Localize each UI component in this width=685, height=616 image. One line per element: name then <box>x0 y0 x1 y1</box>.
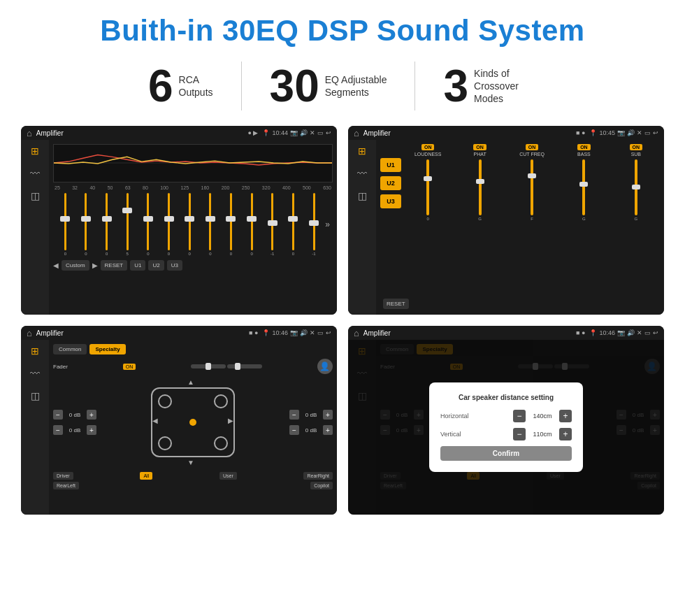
phat-slider[interactable] <box>479 159 482 215</box>
db-plus-fl[interactable]: + <box>87 410 96 420</box>
sub-slider[interactable] <box>635 159 637 215</box>
bass-slider[interactable] <box>582 159 585 215</box>
cross-sidebar-icon-2[interactable]: 〰 <box>357 168 367 179</box>
eq-slider-10[interactable]: 0 <box>243 193 261 256</box>
sub-on-badge[interactable]: ON <box>630 144 643 150</box>
eq-left-sidebar: ⊞ 〰 ◫ <box>21 140 49 315</box>
fader-sidebar-icon-1[interactable]: ⊞ <box>31 345 39 357</box>
u1-btn-cross[interactable]: U1 <box>380 158 401 172</box>
stat-number-eq: 30 <box>270 64 319 108</box>
dialog-home-icon[interactable]: ⌂ <box>354 328 359 338</box>
user-btn[interactable]: User <box>219 472 237 480</box>
eq-slider-4[interactable]: 5 <box>118 193 137 256</box>
db-row-2: − 0 dB + <box>53 425 96 435</box>
cross-sidebar-icon-3[interactable]: ◫ <box>358 190 367 201</box>
horizontal-label: Horizontal <box>440 413 469 420</box>
vertical-plus-btn[interactable]: + <box>559 428 572 440</box>
dialog-status-bar: ⌂ Amplifier ■ ● 📍 10:46 📷 🔊 ✕ ▭ ↩ <box>348 326 664 340</box>
eq-slider-7[interactable]: 0 <box>180 193 199 256</box>
copilot-btn[interactable]: Copilot <box>310 482 333 489</box>
reset-btn-cross[interactable]: RESET <box>383 299 409 309</box>
fader-close-icon: ✕ <box>310 329 315 336</box>
cutfreq-section: ON CUT FREQ F <box>508 144 556 310</box>
cross-back-icon[interactable]: ↩ <box>653 129 658 136</box>
custom-btn[interactable]: Custom <box>62 260 89 271</box>
expand-icon[interactable]: » <box>325 220 330 229</box>
eq-slider-5[interactable]: 0 <box>139 193 158 256</box>
eq-slider-3[interactable]: 0 <box>97 193 116 256</box>
fader-window-icon: ▭ <box>317 329 324 336</box>
eq-slider-1[interactable]: 0 <box>56 193 75 256</box>
confirm-button[interactable]: Confirm <box>440 446 572 461</box>
fader-sidebar-icon-2[interactable]: 〰 <box>30 368 40 379</box>
eq-slider-8[interactable]: 0 <box>201 193 219 256</box>
eq-slider-2[interactable]: 0 <box>77 193 96 256</box>
u3-btn-cross[interactable]: U3 <box>380 194 401 208</box>
car-left-arrow[interactable]: ◀ <box>152 417 158 424</box>
screenshots-grid: ⌂ Amplifier ● ▶ 📍 10:44 📷 🔊 ✕ ▭ ↩ ⊞ 〰 ◫ <box>21 126 664 515</box>
fader-tabs: Common Specialty <box>53 344 333 354</box>
car-right-arrow[interactable]: ▶ <box>228 417 233 424</box>
stat-eq: 30 EQ Adjustable Segments <box>242 64 415 108</box>
driver-btn[interactable]: Driver <box>53 472 73 480</box>
horizontal-plus-btn[interactable]: + <box>559 410 572 422</box>
fader-home-icon[interactable]: ⌂ <box>27 328 32 338</box>
fader-left-sidebar: ⊞ 〰 ◫ <box>21 340 49 515</box>
eq-slider-6[interactable]: 0 <box>159 193 178 256</box>
cross-sidebar-icon-1[interactable]: ⊞ <box>358 145 366 157</box>
reset-btn-eq[interactable]: RESET <box>101 260 128 271</box>
sub-label: SUB <box>631 152 641 157</box>
car-up-arrow[interactable]: ▲ <box>187 378 194 386</box>
next-arrow[interactable]: ▶ <box>92 262 98 269</box>
rearright-btn[interactable]: RearRight <box>303 472 333 480</box>
rearleft-btn[interactable]: RearLeft <box>53 482 79 489</box>
crossover-home-icon[interactable]: ⌂ <box>354 128 359 138</box>
specialty-tab[interactable]: Specialty <box>89 344 125 354</box>
db-minus-fl[interactable]: − <box>53 410 63 420</box>
common-tab[interactable]: Common <box>53 344 87 354</box>
bass-on-badge[interactable]: ON <box>577 144 591 150</box>
prev-arrow[interactable]: ◀ <box>53 262 59 269</box>
db-minus-rr[interactable]: − <box>289 425 299 435</box>
phat-on-badge[interactable]: ON <box>473 144 486 150</box>
fader-sidebar-icon-3[interactable]: ◫ <box>31 390 40 401</box>
cutfreq-on-badge[interactable]: ON <box>526 144 539 150</box>
loudness-on-badge[interactable]: ON <box>421 144 435 150</box>
db-plus-fr[interactable]: + <box>323 410 333 420</box>
dlg-back-icon[interactable]: ↩ <box>653 329 658 336</box>
eq-slider-13[interactable]: -1 <box>305 193 324 256</box>
eq-screen-inner: ⊞ 〰 ◫ 25 32 40 <box>21 140 337 315</box>
fader-h-bar-1[interactable] <box>191 364 226 368</box>
u3-btn-eq[interactable]: U3 <box>167 260 182 271</box>
fader-on-badge[interactable]: ON <box>123 364 136 370</box>
cutfreq-slider[interactable] <box>531 159 533 215</box>
home-icon[interactable]: ⌂ <box>27 128 32 138</box>
car-down-arrow[interactable]: ▼ <box>187 459 194 466</box>
fader-back-icon[interactable]: ↩ <box>326 329 331 336</box>
fader-time: 10:46 <box>272 329 288 336</box>
eq-slider-12[interactable]: 0 <box>284 193 303 256</box>
camera-icon: 📷 <box>290 129 298 136</box>
db-plus-rl[interactable]: + <box>87 425 96 435</box>
eq-sidebar-icon-3[interactable]: ◫ <box>31 190 40 201</box>
db-plus-rr[interactable]: + <box>323 425 333 435</box>
eq-slider-11[interactable]: -1 <box>263 193 282 256</box>
u2-btn-eq[interactable]: U2 <box>148 260 164 271</box>
eq-slider-9[interactable]: 0 <box>222 193 240 256</box>
person-icon[interactable]: 👤 <box>317 359 333 374</box>
db-minus-fr[interactable]: − <box>289 410 299 420</box>
u2-btn-cross[interactable]: U2 <box>380 176 401 190</box>
db-minus-rl[interactable]: − <box>53 425 63 435</box>
fader-h-bar-2[interactable] <box>227 364 262 368</box>
dlg-close-icon: ✕ <box>637 329 642 336</box>
u1-btn-eq[interactable]: U1 <box>130 260 145 271</box>
eq-sidebar-icon-2[interactable]: 〰 <box>30 168 40 179</box>
loudness-slider[interactable] <box>426 159 429 215</box>
crossover-status-icons: 📍 10:45 📷 🔊 ✕ ▭ ↩ <box>589 129 658 136</box>
stat-text-rca: RCA Outputs <box>179 73 213 99</box>
horizontal-minus-btn[interactable]: − <box>513 410 526 422</box>
eq-sidebar-icon-1[interactable]: ⊞ <box>31 145 39 157</box>
vertical-minus-btn[interactable]: − <box>513 428 526 440</box>
back-icon[interactable]: ↩ <box>326 129 331 136</box>
all-btn[interactable]: All <box>140 472 152 480</box>
